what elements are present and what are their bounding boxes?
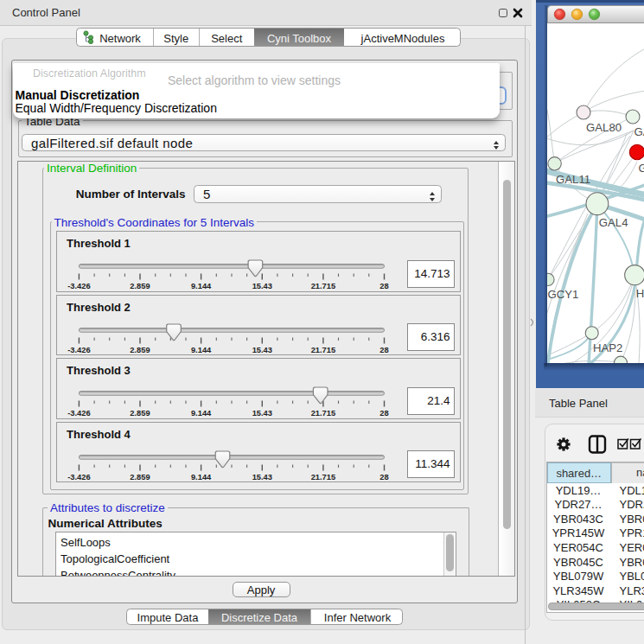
svg-text:9.144: 9.144 bbox=[191, 345, 212, 354]
svg-text:15.43: 15.43 bbox=[252, 409, 272, 418]
svg-text:9.144: 9.144 bbox=[191, 409, 212, 418]
svg-text:21.715: 21.715 bbox=[311, 409, 335, 418]
svg-text:G: G bbox=[639, 162, 644, 175]
svg-text:GA: GA bbox=[634, 125, 644, 138]
svg-text:2.859: 2.859 bbox=[130, 282, 150, 290]
svg-text:HAP2: HAP2 bbox=[593, 341, 622, 354]
svg-text:28: 28 bbox=[379, 345, 388, 354]
svg-text:2.859: 2.859 bbox=[130, 409, 150, 418]
svg-text:28: 28 bbox=[379, 472, 388, 481]
svg-text:9.144: 9.144 bbox=[191, 472, 212, 481]
svg-text:15.43: 15.43 bbox=[252, 282, 272, 290]
svg-text:-3.426: -3.426 bbox=[67, 282, 90, 290]
svg-text:21.715: 21.715 bbox=[311, 282, 335, 290]
svg-text:-3.426: -3.426 bbox=[67, 409, 90, 418]
svg-text:GAL4: GAL4 bbox=[599, 216, 628, 229]
svg-text:28: 28 bbox=[379, 409, 388, 418]
svg-text:-3.426: -3.426 bbox=[67, 345, 90, 354]
svg-text:-3.426: -3.426 bbox=[67, 472, 90, 481]
svg-text:GAL11: GAL11 bbox=[556, 173, 590, 186]
svg-text:9.144: 9.144 bbox=[191, 282, 212, 290]
svg-text:15.43: 15.43 bbox=[252, 472, 272, 481]
svg-text:2.859: 2.859 bbox=[130, 472, 150, 481]
svg-text:GCY1: GCY1 bbox=[548, 288, 579, 301]
svg-text:15.43: 15.43 bbox=[252, 345, 272, 354]
svg-text:H: H bbox=[636, 287, 644, 300]
svg-text:21.715: 21.715 bbox=[311, 472, 335, 481]
svg-text:28: 28 bbox=[379, 282, 388, 290]
svg-text:21.715: 21.715 bbox=[311, 345, 335, 354]
svg-text:GAL80: GAL80 bbox=[586, 121, 622, 134]
svg-text:2.859: 2.859 bbox=[130, 345, 150, 354]
